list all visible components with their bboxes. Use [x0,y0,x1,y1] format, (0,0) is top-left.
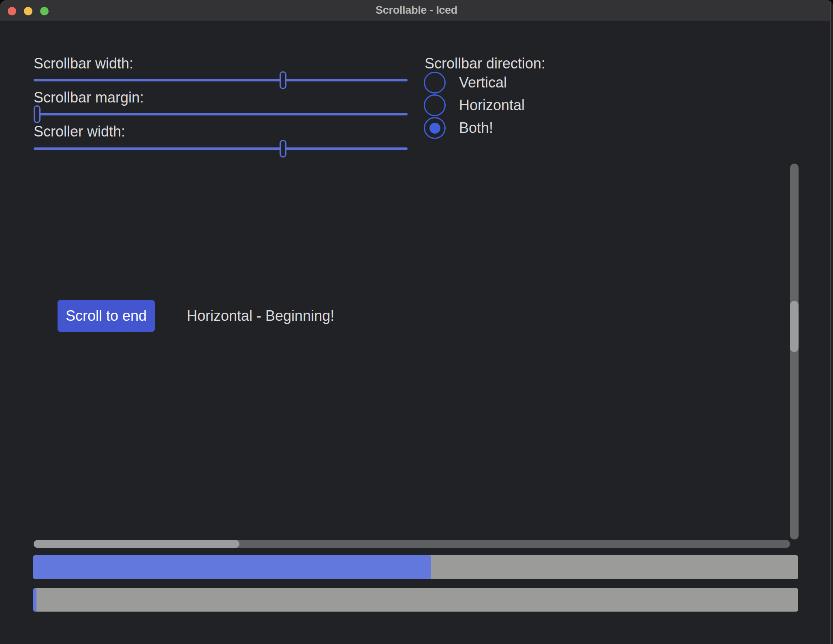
scroll-status-text: Horizontal - Beginning! [187,306,334,326]
horizontal-scrollbar-thumb[interactable] [34,540,239,548]
vertical-scrollbar-thumb[interactable] [790,301,799,352]
radio-vertical[interactable]: Vertical [424,72,507,94]
scroller-width-slider[interactable] [34,139,408,158]
slider-rail[interactable] [34,147,408,150]
radio-dot-icon [429,123,440,134]
radio-circle-icon[interactable] [424,94,446,116]
slider-rail[interactable] [34,79,408,81]
progress-fill [33,588,36,612]
slider-handle[interactable] [34,105,41,123]
scrollbar-width-slider[interactable] [34,71,408,90]
scroll-to-end-button[interactable]: Scroll to end [58,300,155,332]
vertical-progress-bar [33,588,798,612]
vertical-scrollbar[interactable] [790,164,799,540]
radio-circle-icon[interactable] [424,117,446,139]
radio-label: Horizontal [459,97,525,114]
horizontal-scrollbar[interactable] [34,540,790,548]
radio-label: Both! [459,119,493,136]
slider-handle[interactable] [280,140,286,158]
scrollbar-margin-label: Scrollbar margin: [34,88,144,107]
scrollbar-direction-label: Scrollbar direction: [425,54,545,73]
window-right-border [830,0,833,644]
radio-circle-icon[interactable] [424,72,446,94]
title-bar: Scrollable - Iced [0,0,833,21]
scroller-width-label: Scroller width: [34,122,125,141]
radio-label: Vertical [459,74,507,91]
slider-handle[interactable] [280,71,286,89]
radio-horizontal[interactable]: Horizontal [424,94,525,116]
app-window: Scrollable - Iced Scrollbar width: Scrol… [0,0,833,644]
window-title: Scrollable - Iced [0,0,833,21]
scrollbar-margin-slider[interactable] [34,105,408,124]
scrollbar-width-label: Scrollbar width: [34,54,133,73]
radio-both[interactable]: Both! [424,117,493,139]
slider-rail[interactable] [34,113,408,115]
progress-fill [33,555,431,579]
horizontal-progress-bar [33,555,798,579]
